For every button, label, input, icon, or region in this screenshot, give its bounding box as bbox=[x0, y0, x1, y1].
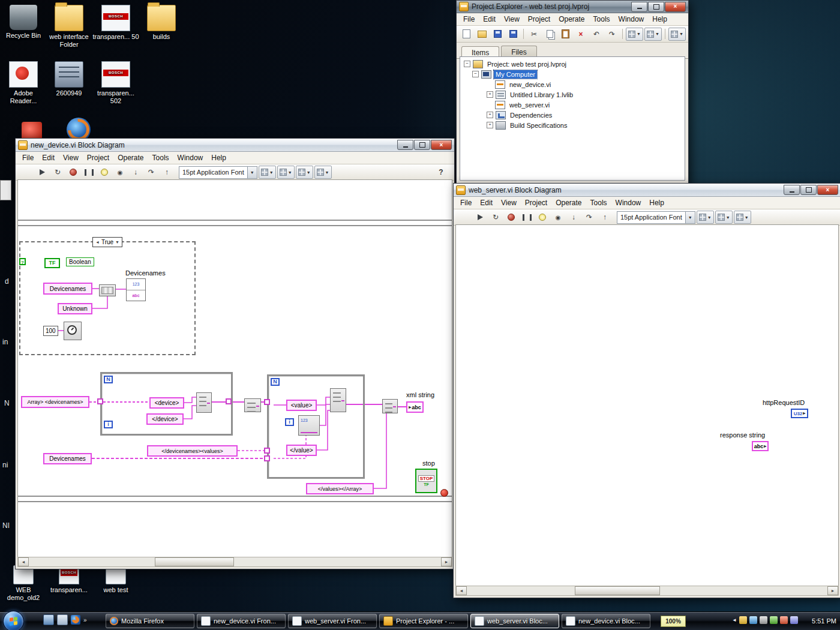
number-to-string-icon[interactable]: 123 bbox=[298, 415, 320, 436]
menu-view[interactable]: View bbox=[59, 152, 83, 163]
devicenames-indicator-icon[interactable]: 123 abc bbox=[126, 278, 146, 301]
xml-string-indicator[interactable]: ▸ abc bbox=[406, 401, 424, 413]
highlight-execution-button[interactable] bbox=[97, 166, 112, 179]
switch-windows-icon[interactable] bbox=[57, 614, 68, 625]
highlight-execution-button[interactable] bbox=[535, 211, 550, 224]
abort-button[interactable] bbox=[66, 166, 80, 179]
taskbar-clock[interactable]: 5:51 PM bbox=[812, 612, 836, 630]
menu-operate[interactable]: Operate bbox=[551, 197, 586, 208]
collapse-icon[interactable]: − bbox=[464, 61, 470, 67]
close-button[interactable]: × bbox=[817, 185, 838, 195]
resize-objects-dropdown[interactable]: ▼ bbox=[296, 166, 313, 179]
titlebar[interactable]: new_device.vi Block Diagram × bbox=[16, 139, 454, 152]
open-project-button[interactable] bbox=[475, 27, 489, 41]
wait-ms-constant[interactable]: 100 bbox=[43, 326, 58, 336]
menu-tools[interactable]: Tools bbox=[589, 14, 614, 25]
value-close-constant[interactable]: </value> bbox=[286, 445, 317, 456]
run-continuous-button[interactable]: ↻ bbox=[50, 166, 65, 179]
tree-row-web-server[interactable]: web_server.vi bbox=[460, 100, 685, 110]
power-icon[interactable] bbox=[780, 616, 788, 624]
maximize-button[interactable] bbox=[800, 185, 817, 195]
menu-tools[interactable]: Tools bbox=[148, 152, 173, 163]
menu-edit[interactable]: Edit bbox=[38, 152, 59, 163]
step-over-button[interactable]: ↷ bbox=[582, 211, 596, 224]
stop-button-terminal[interactable]: STOP TF bbox=[415, 469, 437, 493]
step-into-button[interactable]: ↓ bbox=[566, 211, 581, 224]
scroll-right-arrow[interactable]: ► bbox=[441, 557, 452, 566]
desktop-icon-transparen[interactable]: BOSCH transparen... bbox=[46, 565, 92, 594]
expand-icon[interactable]: + bbox=[487, 112, 493, 118]
unknown-string-constant[interactable]: Unknown bbox=[58, 303, 92, 314]
value-open-constant[interactable]: <value> bbox=[286, 400, 317, 411]
quick-launch-overflow-chevron[interactable]: » bbox=[83, 617, 87, 623]
tunnel[interactable] bbox=[264, 455, 270, 461]
tree-row-my-computer[interactable]: − My Computer bbox=[460, 69, 685, 79]
tree-row-untitled-library[interactable]: + Untitled Library 1.lvlib bbox=[460, 89, 685, 100]
devicenames-terminal[interactable]: Devicenames bbox=[43, 283, 92, 295]
tree-row-build-specifications[interactable]: + Build Specifications bbox=[460, 120, 685, 130]
menu-help[interactable]: Help bbox=[648, 14, 671, 25]
desktop-icon-2600949[interactable]: 2600949 bbox=[46, 61, 92, 97]
scroll-left-arrow[interactable]: ◄ bbox=[456, 586, 467, 595]
horizontal-scrollbar[interactable]: ◄ ► bbox=[455, 586, 839, 596]
copy-button[interactable] bbox=[542, 27, 557, 41]
firefox-quicklaunch-icon[interactable] bbox=[71, 615, 80, 625]
string-function-icon[interactable] bbox=[244, 398, 261, 412]
menu-view[interactable]: View bbox=[497, 197, 521, 208]
close-button[interactable]: × bbox=[665, 2, 686, 12]
device-open-constant[interactable]: <device> bbox=[149, 397, 184, 409]
menu-tools[interactable]: Tools bbox=[586, 197, 611, 208]
scrollbar-thumb[interactable] bbox=[575, 586, 660, 595]
tree-row-project[interactable]: − Project: web test proj.lvproj bbox=[460, 59, 685, 69]
menu-project[interactable]: Project bbox=[524, 14, 554, 25]
taskbar-item-web-server-block[interactable]: web_server.vi Bloc... bbox=[470, 614, 559, 628]
deploy-dropdown[interactable]: ▼ bbox=[668, 28, 686, 41]
minimize-button[interactable] bbox=[397, 140, 413, 150]
language-icon[interactable] bbox=[790, 616, 798, 624]
loop-count-terminal[interactable]: N bbox=[104, 376, 113, 383]
hidden-icons-chevron[interactable]: ◄ bbox=[732, 617, 737, 623]
align-objects-dropdown[interactable]: ▼ bbox=[697, 211, 714, 224]
tunnel[interactable] bbox=[264, 399, 270, 405]
loop-iteration-terminal[interactable]: i bbox=[104, 421, 113, 428]
target-dropdown[interactable]: ▼ bbox=[626, 28, 643, 41]
loop-count-terminal[interactable]: N bbox=[271, 378, 280, 386]
save-all-button[interactable] bbox=[506, 27, 520, 41]
taskbar-item-new-device-front[interactable]: new_device.vi Fron... bbox=[197, 614, 286, 628]
network-icon[interactable] bbox=[749, 616, 757, 624]
menu-help[interactable]: Help bbox=[645, 197, 668, 208]
wait-ms-timer-icon[interactable] bbox=[64, 322, 82, 340]
taskbar-item-web-server-front[interactable]: web_server.vi Fron... bbox=[288, 614, 377, 628]
desktop-icon-recycle-bin[interactable]: Recycle Bin bbox=[0, 5, 47, 40]
titlebar[interactable]: Project Explorer - web test proj.lvproj … bbox=[457, 1, 688, 13]
font-selector[interactable]: 15pt Application Font ▼ bbox=[617, 211, 695, 224]
new-file-button[interactable] bbox=[459, 27, 473, 41]
menu-operate[interactable]: Operate bbox=[113, 152, 148, 163]
menu-file[interactable]: File bbox=[459, 14, 479, 25]
build-dropdown[interactable]: ▼ bbox=[644, 28, 662, 41]
menu-view[interactable]: View bbox=[500, 14, 524, 25]
response-string-terminal[interactable]: abc ▸ bbox=[752, 441, 769, 451]
values-array-close-constant[interactable]: </values></Array> bbox=[306, 483, 374, 494]
block-diagram-canvas[interactable]: ◄ True ▼ ? TF Boolean Devicenames Device… bbox=[17, 179, 452, 557]
step-into-button[interactable]: ↓ bbox=[128, 166, 143, 179]
boolean-terminal[interactable]: TF bbox=[44, 258, 60, 268]
abort-button[interactable] bbox=[504, 211, 518, 224]
http-request-id-terminal[interactable]: U32 ▸ bbox=[791, 409, 808, 418]
desktop-icon-web-interface-folder[interactable]: web interface Folder bbox=[46, 5, 92, 49]
taskbar-item-firefox[interactable]: Mozilla Firefox bbox=[106, 614, 194, 628]
start-button[interactable] bbox=[3, 611, 24, 630]
redo-button[interactable]: ↷ bbox=[605, 27, 619, 41]
pause-button[interactable] bbox=[520, 211, 534, 224]
font-selector[interactable]: 15pt Application Font ▼ bbox=[179, 166, 257, 179]
save-button[interactable] bbox=[490, 27, 505, 41]
menu-file[interactable]: File bbox=[18, 152, 38, 163]
taskbar-item-new-device-block[interactable]: new_device.vi Bloc... bbox=[562, 614, 650, 628]
ni-tray-icon[interactable] bbox=[739, 616, 747, 624]
volume-icon[interactable] bbox=[760, 616, 767, 624]
expand-icon[interactable]: + bbox=[487, 91, 493, 98]
close-button[interactable]: × bbox=[431, 140, 452, 150]
paste-button[interactable] bbox=[558, 27, 572, 41]
show-desktop-icon[interactable] bbox=[43, 614, 54, 625]
desktop-icon-transparen-50[interactable]: BOSCH transparen... 50 bbox=[92, 5, 139, 41]
